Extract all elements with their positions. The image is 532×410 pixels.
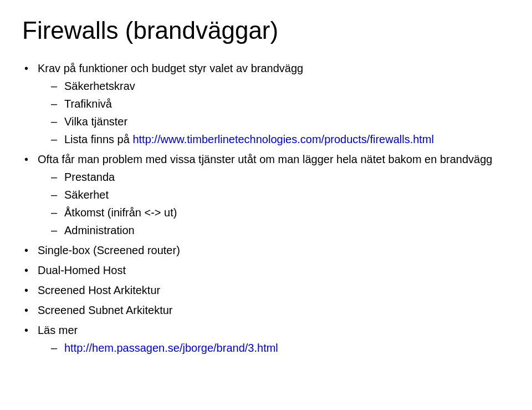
bullet-text: Screened Subnet Arkitektur	[38, 304, 172, 316]
bullet-text: Ofta får man problem med vissa tjänster …	[38, 153, 492, 165]
list-item: Trafiknivå	[49, 95, 510, 112]
list-item: Single-box (Screened router)	[22, 242, 510, 259]
page-title: Firewalls (brandväggar)	[22, 17, 510, 44]
sub-list: http://hem.passagen.se/jborge/brand/3.ht…	[49, 340, 510, 356]
sub-item-prefix: Lista finns på	[64, 133, 132, 145]
sub-list: Prestanda Säkerhet Åtkomst (inifrån <-> …	[49, 169, 510, 239]
bullet-text: Screened Host Arkitektur	[38, 284, 160, 296]
firewalls-link[interactable]: http://www.timberlinetechnologies.com/pr…	[132, 133, 434, 145]
sub-item-text: Trafiknivå	[64, 98, 112, 110]
list-item: Åtkomst (inifrån <-> ut)	[49, 204, 510, 221]
list-item: Säkerhet	[49, 186, 510, 203]
list-item: Ofta får man problem med vissa tjänster …	[22, 151, 510, 239]
sub-item-text: Säkerhetskrav	[64, 80, 135, 92]
list-item: Dual-Homed Host	[22, 262, 510, 279]
list-item: Läs mer http://hem.passagen.se/jborge/br…	[22, 322, 510, 356]
main-list: Krav på funktioner och budget styr valet…	[22, 60, 510, 356]
sub-item-text: Vilka tjänster	[64, 115, 127, 128]
list-item: Krav på funktioner och budget styr valet…	[22, 60, 510, 148]
list-item: Säkerhetskrav	[49, 78, 510, 94]
list-item: Vilka tjänster	[49, 113, 510, 130]
main-content: Krav på funktioner och budget styr valet…	[22, 60, 510, 356]
bullet-text: Dual-Homed Host	[38, 264, 126, 276]
list-item: Administration	[49, 222, 510, 239]
sub-list: Säkerhetskrav Trafiknivå Vilka tjänster …	[49, 78, 510, 148]
sub-item-text: Prestanda	[64, 171, 115, 183]
list-item: Screened Subnet Arkitektur	[22, 302, 510, 318]
passagen-link[interactable]: http://hem.passagen.se/jborge/brand/3.ht…	[64, 342, 278, 354]
sub-item-text: Åtkomst (inifrån <-> ut)	[64, 206, 177, 219]
bullet-text: Single-box (Screened router)	[38, 244, 180, 256]
administration-text: Administration	[64, 224, 135, 236]
bullet-text: Krav på funktioner och budget styr valet…	[38, 62, 303, 74]
sub-item-text: Säkerhet	[64, 189, 109, 201]
list-item: Screened Host Arkitektur	[22, 282, 510, 298]
list-item: Lista finns på http://www.timberlinetech…	[49, 131, 510, 148]
bullet-text: Läs mer	[38, 324, 78, 336]
list-item: Prestanda	[49, 169, 510, 185]
list-item: http://hem.passagen.se/jborge/brand/3.ht…	[49, 340, 510, 356]
